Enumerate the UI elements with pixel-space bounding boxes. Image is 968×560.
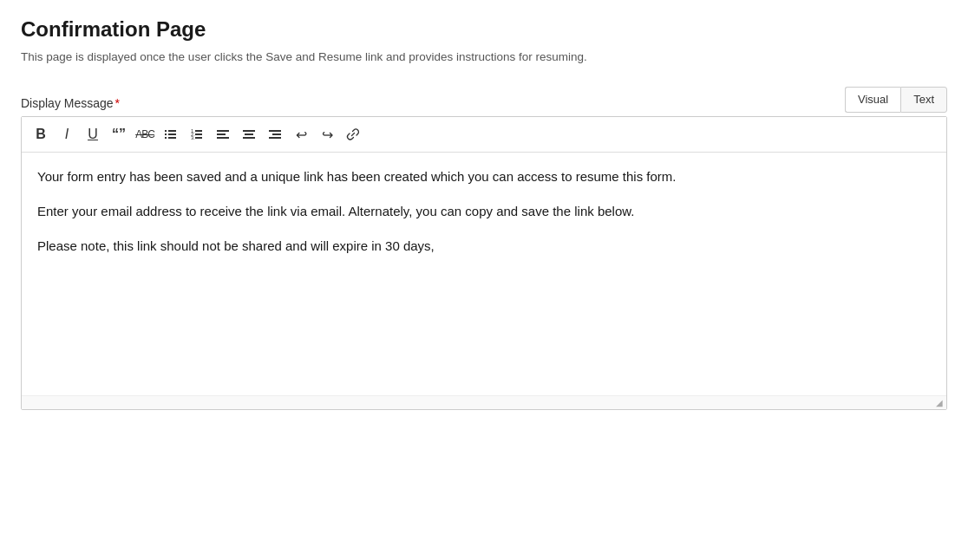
svg-rect-19	[272, 133, 281, 135]
field-header: Display Message* Visual Text	[21, 87, 947, 113]
bold-button[interactable]: B	[29, 122, 53, 147]
svg-text:3.: 3.	[191, 135, 195, 140]
page-container: Confirmation Page This page is displayed…	[0, 0, 968, 427]
svg-rect-15	[243, 130, 255, 132]
link-button[interactable]	[341, 122, 365, 147]
svg-rect-13	[217, 133, 226, 135]
resize-icon: ◢	[936, 398, 943, 407]
svg-rect-17	[243, 137, 255, 139]
strikethrough-button[interactable]: ABC	[133, 122, 157, 147]
italic-button[interactable]: I	[55, 122, 79, 147]
page-title: Confirmation Page	[21, 17, 947, 42]
ordered-list-button[interactable]: 1. 2. 3.	[185, 122, 209, 147]
svg-rect-12	[217, 130, 229, 132]
editor-wrapper: B I U “” ABC 1.	[21, 116, 947, 410]
align-center-button[interactable]	[237, 122, 261, 147]
svg-rect-3	[168, 133, 176, 135]
redo-button[interactable]: ↪	[315, 122, 339, 147]
content-area[interactable]: Your form entry has been saved and a uni…	[22, 153, 946, 395]
field-label-area: Display Message*	[21, 89, 120, 110]
required-star: *	[115, 96, 120, 110]
undo-button[interactable]: ↩	[289, 122, 313, 147]
text-tab-button[interactable]: Text	[900, 87, 947, 113]
field-label: Display Message	[21, 96, 114, 110]
content-paragraph-2: Enter your email address to receive the …	[37, 201, 931, 222]
visual-tab-button[interactable]: Visual	[845, 87, 900, 113]
svg-rect-18	[269, 130, 281, 132]
status-bar: ◢	[22, 395, 946, 409]
align-left-button[interactable]	[211, 122, 235, 147]
page-description: This page is displayed once the user cli…	[21, 49, 801, 66]
toolbar: B I U “” ABC 1.	[22, 117, 946, 153]
unordered-list-button[interactable]	[159, 122, 183, 147]
svg-rect-16	[245, 133, 253, 135]
svg-rect-11	[195, 137, 202, 139]
editor-area: B I U “” ABC 1.	[21, 116, 947, 410]
svg-rect-14	[217, 137, 229, 139]
svg-rect-1	[168, 130, 176, 132]
content-paragraph-1: Your form entry has been saved and a uni…	[37, 166, 931, 187]
svg-rect-20	[269, 137, 281, 139]
blockquote-button[interactable]: “”	[107, 122, 131, 147]
align-right-button[interactable]	[263, 122, 287, 147]
svg-rect-9	[195, 133, 202, 135]
view-toggle: Visual Text	[845, 87, 947, 113]
svg-rect-7	[195, 130, 202, 132]
underline-button[interactable]: U	[81, 122, 105, 147]
svg-rect-4	[165, 137, 167, 139]
svg-rect-5	[168, 137, 176, 139]
svg-rect-2	[165, 133, 167, 135]
svg-rect-0	[165, 130, 167, 132]
content-paragraph-3: Please note, this link should not be sha…	[37, 236, 931, 257]
